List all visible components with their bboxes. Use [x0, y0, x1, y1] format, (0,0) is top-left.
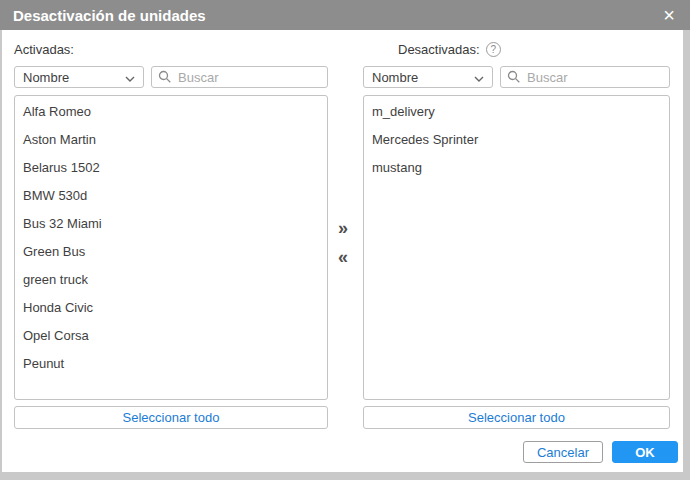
move-left-button[interactable]: « [327, 243, 359, 272]
left-filter-dropdown[interactable]: Nombre [14, 66, 144, 88]
unit-list-item[interactable]: Mercedes Sprinter [364, 126, 669, 154]
chevron-down-icon [474, 70, 484, 85]
move-right-button[interactable]: » [327, 214, 359, 243]
dialog-footer: Cancelar OK [523, 441, 678, 463]
cancel-button[interactable]: Cancelar [523, 441, 603, 463]
deactivated-units-list[interactable]: m_deliveryMercedes Sprintermustang [363, 95, 670, 400]
dialog-body: Activadas: Nombre Alfa RomeoAs [2, 30, 683, 472]
activated-panel: Activadas: Nombre Alfa RomeoAs [14, 40, 328, 429]
left-filter-value: Nombre [23, 70, 69, 85]
unit-list-item[interactable]: Belarus 1502 [15, 154, 327, 182]
deactivated-panel: Desactivadas: ? Nombre [363, 40, 670, 429]
unit-list-item[interactable]: Opel Corsa [15, 322, 327, 350]
unit-list-item[interactable]: BMW 530d [15, 182, 327, 210]
unit-list-item[interactable]: Peunut [15, 350, 327, 378]
chevron-down-icon [125, 70, 135, 85]
unit-list-item[interactable]: Green Bus [15, 238, 327, 266]
dialog-titlebar: Desactivación de unidades × [0, 0, 690, 30]
transfer-controls: » « [327, 214, 359, 272]
right-search-input[interactable] [500, 66, 670, 88]
unit-deactivation-dialog: Desactivación de unidades × Activadas: N… [0, 0, 690, 480]
unit-list-item[interactable]: m_delivery [364, 98, 669, 126]
ok-button[interactable]: OK [612, 441, 678, 463]
unit-list-item[interactable]: Bus 32 Miami [15, 210, 327, 238]
activated-label: Activadas: [14, 42, 74, 57]
close-icon[interactable]: × [661, 5, 677, 25]
right-filter-dropdown[interactable]: Nombre [363, 66, 493, 88]
unit-list-item[interactable]: Alfa Romeo [15, 98, 327, 126]
unit-list-item[interactable]: Aston Martin [15, 126, 327, 154]
unit-list-item[interactable]: green truck [15, 266, 327, 294]
right-select-all-button[interactable]: Seleccionar todo [363, 406, 670, 429]
unit-list-item[interactable]: Honda Civic [15, 294, 327, 322]
dialog-title: Desactivación de unidades [13, 7, 206, 24]
left-search-input[interactable] [151, 66, 328, 88]
right-filter-value: Nombre [372, 70, 418, 85]
unit-list-item[interactable]: mustang [364, 154, 669, 182]
left-select-all-button[interactable]: Seleccionar todo [14, 406, 328, 429]
activated-units-list[interactable]: Alfa RomeoAston MartinBelarus 1502BMW 53… [14, 95, 328, 400]
deactivated-label: Desactivadas: [398, 42, 480, 57]
help-icon[interactable]: ? [486, 42, 501, 57]
